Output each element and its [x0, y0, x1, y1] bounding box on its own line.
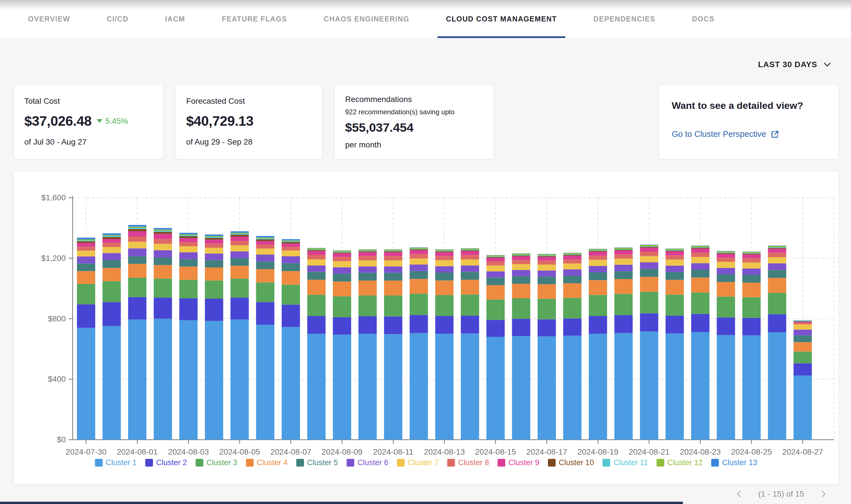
bar-segment-cluster-1[interactable] — [589, 334, 607, 440]
bar-segment-cluster-2[interactable] — [179, 298, 197, 320]
bar-segment-cluster-10[interactable] — [205, 238, 223, 240]
bar-segment-cluster-12[interactable] — [410, 248, 428, 249]
bar-segment-cluster-8[interactable] — [205, 244, 223, 248]
bar-segment-cluster-3[interactable] — [768, 293, 786, 314]
bar-segment-cluster-6[interactable] — [666, 266, 684, 272]
bar-segment-cluster-7[interactable] — [154, 244, 172, 250]
bar-segment-cluster-4[interactable] — [77, 271, 95, 284]
bar-segment-cluster-2[interactable] — [640, 313, 658, 331]
bar-segment-cluster-6[interactable] — [614, 265, 633, 271]
bar-segment-cluster-7[interactable] — [410, 258, 428, 265]
bar-2024-08-25[interactable] — [742, 251, 761, 440]
bar-segment-cluster-12[interactable] — [717, 251, 735, 252]
bar-segment-cluster-8[interactable] — [589, 256, 607, 260]
bar-segment-cluster-10[interactable] — [128, 229, 146, 231]
tab-docs[interactable]: DOCS — [683, 0, 723, 38]
bar-segment-cluster-8[interactable] — [666, 255, 684, 260]
bar-segment-cluster-4[interactable] — [230, 266, 249, 278]
bar-segment-cluster-2[interactable] — [359, 316, 377, 334]
bar-segment-cluster-10[interactable] — [589, 251, 607, 252]
bar-segment-cluster-6[interactable] — [589, 266, 607, 272]
bar-2024-08-27[interactable] — [794, 320, 812, 440]
bar-segment-cluster-3[interactable] — [410, 294, 428, 315]
bar-segment-cluster-12[interactable] — [486, 255, 505, 256]
bar-segment-cluster-2[interactable] — [256, 302, 275, 325]
bar-segment-cluster-9[interactable] — [563, 256, 581, 259]
bar-segment-cluster-4[interactable] — [794, 342, 812, 352]
bar-segment-cluster-2[interactable] — [666, 316, 684, 334]
bar-segment-cluster-5[interactable] — [512, 276, 531, 284]
bar-segment-cluster-13[interactable] — [205, 235, 223, 236]
bar-segment-cluster-5[interactable] — [640, 269, 658, 277]
bar-segment-cluster-9[interactable] — [666, 251, 684, 255]
bar-segment-cluster-7[interactable] — [563, 264, 581, 269]
bar-segment-cluster-10[interactable] — [384, 251, 402, 252]
bar-segment-cluster-5[interactable] — [308, 272, 326, 280]
bar-segment-cluster-9[interactable] — [103, 239, 121, 243]
bar-segment-cluster-2[interactable] — [77, 304, 95, 328]
bar-segment-cluster-4[interactable] — [333, 282, 351, 296]
bar-segment-cluster-10[interactable] — [742, 254, 761, 255]
bar-segment-cluster-7[interactable] — [717, 262, 735, 268]
tab-chaos-engineering[interactable]: CHAOS ENGINEERING — [315, 0, 418, 38]
bar-segment-cluster-4[interactable] — [512, 284, 531, 298]
bar-segment-cluster-5[interactable] — [77, 264, 95, 271]
bar-segment-cluster-1[interactable] — [103, 326, 121, 440]
bar-segment-cluster-3[interactable] — [666, 294, 684, 316]
bar-segment-cluster-4[interactable] — [538, 284, 556, 299]
bar-segment-cluster-10[interactable] — [486, 257, 505, 258]
bar-segment-cluster-2[interactable] — [154, 298, 172, 319]
bar-segment-cluster-8[interactable] — [538, 260, 556, 265]
bar-segment-cluster-10[interactable] — [461, 250, 479, 251]
bar-segment-cluster-11[interactable] — [333, 252, 351, 253]
bar-segment-cluster-13[interactable] — [666, 249, 684, 249]
legend-item-cluster-3[interactable]: Cluster 3 — [196, 458, 237, 467]
bar-segment-cluster-9[interactable] — [691, 249, 710, 253]
bar-segment-cluster-12[interactable] — [768, 246, 786, 247]
bar-segment-cluster-13[interactable] — [154, 228, 172, 230]
bar-segment-cluster-4[interactable] — [179, 267, 197, 280]
bar-2024-08-26[interactable] — [768, 246, 786, 440]
bar-segment-cluster-1[interactable] — [359, 334, 377, 440]
bar-segment-cluster-5[interactable] — [538, 276, 556, 284]
bar-segment-cluster-13[interactable] — [742, 251, 761, 252]
bar-segment-cluster-6[interactable] — [410, 265, 428, 271]
bar-segment-cluster-11[interactable] — [563, 254, 581, 255]
bar-segment-cluster-5[interactable] — [614, 271, 633, 279]
bar-segment-cluster-7[interactable] — [666, 260, 684, 266]
bar-segment-cluster-5[interactable] — [103, 260, 121, 268]
bar-segment-cluster-10[interactable] — [359, 251, 377, 252]
bar-segment-cluster-9[interactable] — [128, 231, 146, 237]
bar-segment-cluster-12[interactable] — [640, 245, 658, 246]
bar-2024-08-12[interactable] — [410, 248, 428, 440]
bar-segment-cluster-1[interactable] — [691, 332, 710, 440]
bar-segment-cluster-7[interactable] — [640, 256, 658, 262]
bar-segment-cluster-7[interactable] — [691, 257, 710, 264]
bar-segment-cluster-7[interactable] — [359, 260, 377, 266]
bar-segment-cluster-8[interactable] — [461, 255, 479, 259]
bar-segment-cluster-9[interactable] — [333, 253, 351, 257]
bar-segment-cluster-9[interactable] — [435, 252, 453, 256]
bar-segment-cluster-5[interactable] — [282, 263, 300, 271]
bar-segment-cluster-10[interactable] — [614, 250, 633, 251]
bar-segment-cluster-4[interactable] — [103, 268, 121, 282]
bar-segment-cluster-9[interactable] — [614, 251, 633, 255]
bar-segment-cluster-5[interactable] — [384, 273, 402, 281]
bar-segment-cluster-5[interactable] — [205, 260, 223, 267]
bar-segment-cluster-1[interactable] — [563, 336, 581, 440]
bar-2024-08-19[interactable] — [589, 249, 607, 440]
bar-segment-cluster-13[interactable] — [384, 249, 402, 250]
bar-segment-cluster-13[interactable] — [435, 249, 453, 250]
bar-segment-cluster-3[interactable] — [103, 281, 121, 302]
bar-segment-cluster-11[interactable] — [768, 247, 786, 248]
legend-item-cluster-11[interactable]: Cluster 11 — [603, 458, 648, 467]
bar-2024-08-09[interactable] — [333, 250, 351, 440]
bar-segment-cluster-8[interactable] — [717, 258, 735, 262]
bar-segment-cluster-3[interactable] — [717, 296, 735, 318]
bar-segment-cluster-1[interactable] — [410, 333, 428, 440]
bar-2024-08-15[interactable] — [486, 255, 505, 440]
tab-feature-flags[interactable]: FEATURE FLAGS — [213, 0, 296, 38]
bar-2024-08-01[interactable] — [128, 225, 146, 440]
bar-segment-cluster-7[interactable] — [435, 260, 453, 266]
bar-segment-cluster-3[interactable] — [179, 280, 197, 298]
